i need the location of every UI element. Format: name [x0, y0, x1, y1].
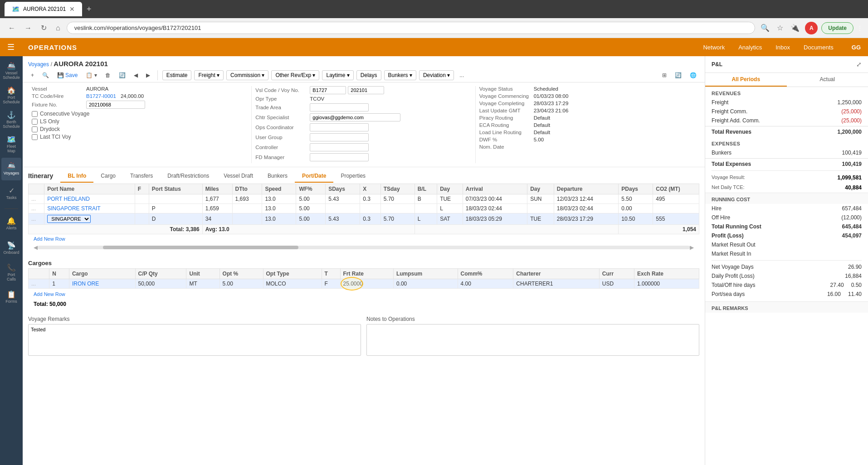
home-btn[interactable]: ⌂	[53, 22, 63, 34]
delays-button[interactable]: Delays	[356, 70, 381, 80]
tab-close-btn[interactable]: ✕	[69, 5, 75, 13]
forward-btn[interactable]: →	[22, 22, 34, 34]
port-name[interactable]: SINGAPORE STRAIT	[44, 204, 135, 213]
drydock-checkbox[interactable]	[32, 126, 38, 132]
voyage-status-label: Voyage Status	[479, 86, 534, 92]
pnl-expand-btn[interactable]: ⤢	[856, 61, 862, 68]
freight-button[interactable]: Freight ▾	[194, 70, 224, 80]
sidebar-item-onboard[interactable]: 📡 Onboard	[1, 237, 21, 260]
cargo-add-row[interactable]: Add New Row	[31, 290, 68, 298]
chrome-menu-icon[interactable]: ⋮	[857, 25, 863, 31]
sidebar-item-voyages[interactable]: 🚢 Voyages	[1, 158, 21, 180]
trade-area-input[interactable]	[310, 103, 369, 111]
new-tab-btn[interactable]: +	[87, 5, 92, 14]
last-tci-voy-checkbox[interactable]	[32, 134, 38, 140]
sidebar-item-port-schedule[interactable]: 🏠 PortSchedule	[1, 84, 21, 107]
tab-properties[interactable]: Properties	[333, 170, 373, 183]
tab-bunkers[interactable]: Bunkers	[260, 170, 295, 183]
col-day: Day	[437, 184, 463, 194]
fixture-input[interactable]	[86, 101, 145, 109]
cargo-row[interactable]: ... 1 IRON ORE 50,000 MT 5.00 MOLCO F	[29, 279, 699, 289]
cargo-col-charterer: Charterer	[513, 269, 599, 279]
search-button[interactable]: 🔍	[39, 71, 52, 80]
estimate-button[interactable]: Estimate	[162, 70, 192, 80]
voy-no-input[interactable]	[348, 86, 384, 94]
browser-tab[interactable]: 🗺️ AURORA 202101 ✕	[5, 2, 82, 16]
ops-coordinator-input[interactable]	[310, 123, 369, 131]
scroll-left-btn[interactable]: ◀	[34, 244, 38, 251]
fd-manager-input[interactable]	[310, 153, 369, 161]
notes-to-ops-textarea[interactable]	[366, 324, 699, 356]
sidebar-item-berth-schedule[interactable]: ⚓ BerthSchedule	[1, 109, 21, 131]
other-rev-button[interactable]: Other Rev/Exp ▾	[271, 70, 319, 80]
voyage-remarks-textarea[interactable]: Tested	[28, 324, 361, 356]
pnl-tab-all-periods[interactable]: All Periods	[705, 73, 787, 87]
search-icon[interactable]: 🔍	[759, 22, 771, 34]
prev-button[interactable]: ◀	[131, 71, 141, 80]
sidebar-item-tasks[interactable]: ✓ Tasks	[1, 182, 21, 205]
delete-button[interactable]: 🗑	[102, 71, 113, 80]
controller-input[interactable]	[310, 143, 369, 151]
extensions-icon[interactable]: 🔌	[789, 22, 801, 34]
sidebar-item-alerts[interactable]: 🔔 Alerts	[1, 213, 21, 235]
pnl-freight-comm-value: (25,000)	[825, 108, 862, 115]
port-name[interactable]: SINGAPORE	[44, 213, 135, 225]
next-button[interactable]: ▶	[143, 71, 153, 80]
profile-avatar[interactable]: A	[805, 22, 818, 34]
refresh-button[interactable]: 🔄	[116, 71, 128, 80]
tab-port-date[interactable]: Port/Date	[295, 170, 333, 183]
globe-btn[interactable]: 🌐	[687, 71, 699, 80]
sidebar-item-vessel-schedule[interactable]: 🚢 VesselSchedule	[1, 60, 21, 82]
commission-button[interactable]: Commission ▾	[226, 70, 268, 80]
pnl-hire-row: Hire 657,484	[705, 204, 868, 213]
tab-cargo[interactable]: Cargo	[93, 170, 123, 183]
grid-view-btn[interactable]: ⊞	[659, 71, 669, 80]
breadcrumb-parent[interactable]: Voyages	[28, 61, 49, 68]
chtr-specialist-input[interactable]	[310, 113, 400, 121]
refresh2-btn[interactable]: 🔄	[672, 71, 684, 80]
tab-bl-info[interactable]: BL Info	[60, 170, 93, 183]
update-button[interactable]: Update	[821, 22, 853, 34]
bookmark-icon[interactable]: ☆	[775, 22, 785, 34]
table-row[interactable]: ... SINGAPORE D 34 13.0	[29, 213, 699, 225]
nav-network[interactable]: Network	[703, 44, 725, 51]
reload-btn[interactable]: ↻	[38, 22, 49, 34]
consecutive-voyage-checkbox[interactable]	[32, 111, 38, 117]
nav-inbox[interactable]: Inbox	[775, 44, 790, 51]
ls-only-checkbox[interactable]	[32, 119, 38, 125]
laytime-button[interactable]: Laytime ▾	[322, 70, 353, 80]
tab-transfers[interactable]: Transfers	[123, 170, 160, 183]
pnl-freight-add-comm-label: Freight Add. Comm.	[712, 117, 760, 124]
nav-documents[interactable]: Documents	[804, 44, 834, 51]
more-button[interactable]: ...	[457, 71, 467, 80]
tab-draft-restrictions[interactable]: Draft/Restrictions	[160, 170, 216, 183]
h-scrollbar[interactable]	[38, 246, 690, 249]
sidebar-item-fleet-map[interactable]: 🗺️ FleetMap	[1, 133, 21, 156]
itinerary-add-row[interactable]: Add New Row	[31, 235, 68, 243]
nav-analytics[interactable]: Analytics	[738, 44, 762, 51]
tc-code-value[interactable]: B1727-I0001	[86, 93, 116, 99]
hamburger-menu[interactable]: ☰	[7, 42, 15, 52]
add-button[interactable]: +	[28, 71, 37, 80]
tab-vessel-draft[interactable]: Vessel Draft	[216, 170, 260, 183]
port-name[interactable]: PORT HEDLAND	[44, 194, 135, 204]
table-row[interactable]: ... SINGAPORE STRAIT P 1,659 13.0 5.00	[29, 204, 699, 213]
copy-button[interactable]: 📋 ▾	[83, 71, 99, 80]
user-group-input[interactable]	[310, 133, 369, 141]
address-bar[interactable]	[67, 22, 756, 34]
vsl-code-input[interactable]	[310, 86, 346, 94]
scroll-right-btn[interactable]: ▶	[690, 244, 694, 251]
pnl-hire-label: Hire	[712, 205, 722, 212]
save-button[interactable]: 💾 💾 Save Save	[54, 71, 80, 80]
bunkers-button[interactable]: Bunkers ▾	[384, 70, 416, 80]
pnl-port-sea-1: 16.00	[827, 291, 841, 297]
table-row[interactable]: ... PORT HEDLAND 1,677 1,693 13.0 5.00 5…	[29, 194, 699, 204]
col-wf: WF%	[296, 184, 326, 194]
frt-rate-cell[interactable]: 25.0000	[340, 279, 393, 289]
pnl-tab-actual[interactable]: Actual	[787, 73, 868, 87]
deviation-button[interactable]: Deviation ▾	[419, 70, 454, 80]
sidebar-item-forms[interactable]: 📋 Forms	[1, 286, 21, 309]
sidebar-item-port-calls[interactable]: 📞 PortCalls	[1, 262, 21, 284]
back-btn[interactable]: ←	[5, 22, 18, 34]
port-name-select[interactable]: SINGAPORE	[47, 215, 91, 223]
